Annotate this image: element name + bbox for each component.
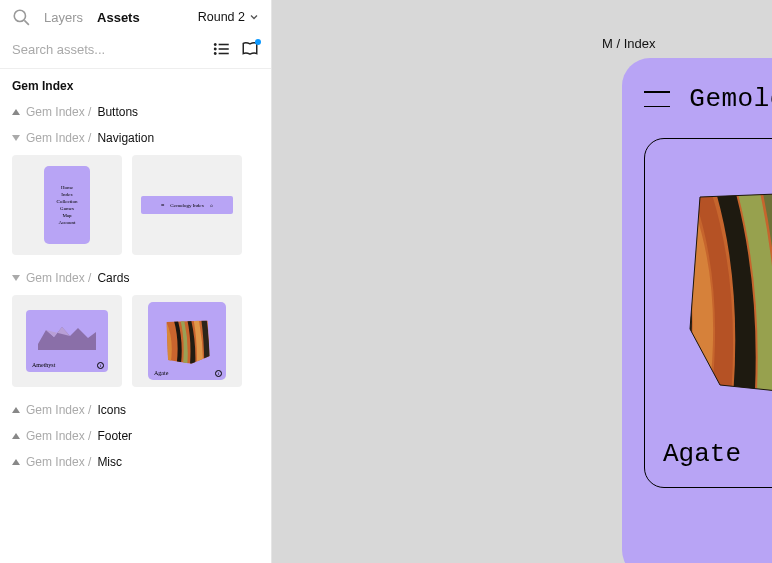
svg-marker-12 [12, 407, 20, 413]
svg-marker-10 [12, 275, 20, 281]
group-prefix: Gem Index / [26, 455, 91, 469]
design-canvas[interactable]: M / Index Gemology Index [272, 0, 772, 563]
gem-card[interactable]: Agate ? [644, 138, 772, 488]
nav-menu-preview: Home Index Collection Games Map Account [44, 166, 90, 244]
group-prefix: Gem Index / [26, 271, 91, 285]
library-title: Gem Index [0, 69, 271, 99]
asset-search-row [0, 34, 271, 69]
group-navigation[interactable]: Gem Index / Navigation [12, 125, 259, 151]
group-prefix: Gem Index / [26, 403, 91, 417]
hamburger-icon[interactable] [644, 91, 670, 107]
agate-mini-icon [160, 314, 214, 368]
group-prefix: Gem Index / [26, 131, 91, 145]
gem-name: Agate [663, 439, 741, 469]
svg-marker-14 [12, 459, 20, 465]
svg-marker-9 [12, 135, 20, 141]
group-name: Navigation [97, 131, 154, 145]
thumb-nav-header[interactable]: ≡ Gemology Index ⌕ [132, 155, 242, 255]
mobile-frame[interactable]: Gemology Index [622, 58, 772, 563]
group-name: Footer [97, 429, 132, 443]
card-thumbnails: Amethyst i [12, 291, 259, 397]
thumb-card-agate[interactable]: Agate i [132, 295, 242, 387]
assets-panel: Layers Assets Round 2 Gem Index Gem Inde… [0, 0, 272, 563]
svg-point-7 [215, 53, 216, 54]
notification-dot [255, 39, 261, 45]
page-selector[interactable]: Round 2 [198, 10, 259, 24]
group-name: Icons [97, 403, 126, 417]
list-view-icon[interactable] [213, 40, 231, 58]
triangle-right-icon [12, 406, 20, 414]
tab-assets[interactable]: Assets [97, 10, 140, 25]
nav-header-preview: ≡ Gemology Index ⌕ [141, 196, 233, 214]
agate-card-preview: Agate i [148, 302, 226, 380]
triangle-right-icon [12, 108, 20, 116]
group-buttons[interactable]: Gem Index / Buttons [12, 99, 259, 125]
svg-marker-13 [12, 433, 20, 439]
group-cards[interactable]: Gem Index / Cards [12, 265, 259, 291]
panel-tabs-row: Layers Assets Round 2 [0, 0, 271, 34]
info-icon: i [215, 370, 222, 377]
gem-image [663, 159, 772, 429]
page-selector-label: Round 2 [198, 10, 245, 24]
group-name: Cards [97, 271, 129, 285]
asset-search-input[interactable] [12, 42, 203, 57]
group-name: Buttons [97, 105, 138, 119]
svg-point-0 [14, 10, 25, 21]
svg-line-1 [24, 20, 29, 25]
svg-point-6 [215, 48, 216, 49]
group-footer[interactable]: Gem Index / Footer [12, 423, 259, 449]
search-icon[interactable] [12, 8, 30, 26]
tab-layers[interactable]: Layers [44, 10, 83, 25]
svg-marker-8 [12, 109, 20, 115]
amethyst-card-preview: Amethyst i [26, 310, 108, 372]
navigation-thumbnails: Home Index Collection Games Map Account … [12, 151, 259, 265]
triangle-right-icon [12, 432, 20, 440]
gem-card-footer: Agate ? [663, 439, 772, 469]
group-icons[interactable]: Gem Index / Icons [12, 397, 259, 423]
library-book-icon[interactable] [241, 40, 259, 58]
frame-label[interactable]: M / Index [602, 36, 655, 51]
group-prefix: Gem Index / [26, 429, 91, 443]
chevron-down-icon [249, 12, 259, 22]
triangle-down-icon [12, 134, 20, 142]
thumb-card-amethyst[interactable]: Amethyst i [12, 295, 122, 387]
triangle-down-icon [12, 274, 20, 282]
group-prefix: Gem Index / [26, 105, 91, 119]
app-title: Gemology Index [689, 84, 772, 114]
info-icon: i [97, 362, 104, 369]
agate-illustration [672, 179, 772, 409]
thumb-nav-menu[interactable]: Home Index Collection Games Map Account [12, 155, 122, 255]
svg-point-5 [215, 44, 216, 45]
asset-tree: Gem Index / Buttons Gem Index / Navigati… [0, 99, 271, 563]
group-name: Misc [97, 455, 122, 469]
group-misc[interactable]: Gem Index / Misc [12, 449, 259, 475]
app-header: Gemology Index [644, 84, 772, 114]
triangle-right-icon [12, 458, 20, 466]
